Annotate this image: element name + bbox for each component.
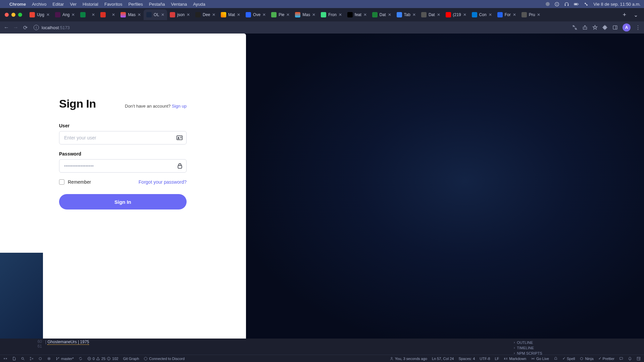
tab-title: Pie [279, 12, 284, 17]
browser-tab[interactable]: Con✕ [469, 9, 495, 20]
tab-close-icon[interactable]: ✕ [138, 12, 141, 17]
browser-tab[interactable]: feat✕ [345, 9, 369, 20]
bookmark-star-icon[interactable] [592, 25, 598, 30]
tab-title: Mas [302, 12, 310, 17]
browser-tab[interactable]: Upg✕ [27, 9, 52, 20]
window-maximize-icon[interactable] [18, 13, 22, 17]
nav-reload-button[interactable]: ⟳ [22, 24, 28, 31]
menu-archivo[interactable]: Archivo [32, 2, 46, 7]
window-close-icon[interactable] [5, 13, 9, 17]
menu-historial[interactable]: Historial [83, 2, 98, 7]
tab-close-icon[interactable]: ✕ [286, 12, 290, 17]
browser-tab[interactable]: Ang✕ [52, 9, 78, 20]
svg-rect-1 [557, 3, 557, 5]
signup-link[interactable]: Sign up [172, 104, 187, 109]
tab-favicon-icon [446, 12, 451, 17]
tab-overflow-button[interactable]: ⌄ [630, 12, 641, 18]
browser-tab[interactable]: Dat✕ [418, 9, 443, 20]
browser-tab[interactable]: Mat✕ [218, 9, 243, 20]
browser-tab[interactable]: Dat✕ [369, 9, 394, 20]
menu-ayuda[interactable]: Ayuda [193, 2, 205, 7]
tab-close-icon[interactable]: ✕ [513, 12, 516, 17]
menu-editar[interactable]: Editar [52, 2, 64, 7]
browser-tab[interactable]: ✕ [98, 9, 118, 20]
tab-close-icon[interactable]: ✕ [262, 12, 266, 17]
tab-close-icon[interactable]: ✕ [46, 12, 50, 17]
browser-tab[interactable]: (219✕ [443, 9, 469, 20]
browser-tab[interactable]: Pru✕ [519, 9, 543, 20]
tab-close-icon[interactable]: ✕ [437, 12, 440, 17]
browser-tab[interactable]: json✕ [167, 9, 193, 20]
browser-tab[interactable]: For✕ [495, 9, 519, 20]
control-center-icon[interactable] [584, 2, 589, 7]
menu-perfiles[interactable]: Perfiles [128, 2, 143, 7]
tab-close-icon[interactable]: ✕ [463, 12, 466, 17]
onepassword-icon[interactable] [554, 2, 559, 7]
svg-rect-16 [178, 165, 182, 168]
browser-tab[interactable]: Fron✕ [318, 9, 345, 20]
tab-close-icon[interactable]: ✕ [212, 12, 215, 17]
tab-close-icon[interactable]: ✕ [112, 12, 115, 17]
translate-icon[interactable] [572, 24, 578, 31]
menubar-status-dot-icon[interactable] [546, 2, 550, 6]
menu-ventana[interactable]: Ventana [171, 2, 187, 7]
forgot-password-link[interactable]: Forgot your password? [139, 179, 187, 185]
svg-rect-2 [565, 4, 566, 6]
tab-close-icon[interactable]: ✕ [161, 12, 164, 17]
menubar-clock[interactable]: Vie 8 de sep. 11:50 a.m. [593, 2, 641, 7]
svg-rect-5 [575, 3, 577, 4]
profile-avatar[interactable]: A [623, 23, 631, 32]
menu-ver[interactable]: Ver [70, 2, 77, 7]
headphones-icon[interactable] [564, 2, 569, 7]
browser-tab[interactable]: Mas✕ [292, 9, 318, 20]
tab-close-icon[interactable]: ✕ [71, 12, 75, 17]
tab-title: (219 [453, 12, 461, 17]
tab-title: OL [154, 12, 159, 17]
remember-checkbox[interactable] [59, 179, 64, 185]
share-icon[interactable] [582, 25, 588, 30]
lock-icon [177, 163, 183, 169]
desktop-wallpaper [0, 253, 43, 355]
tab-favicon-icon [321, 12, 326, 17]
tab-favicon-icon [372, 12, 378, 17]
browser-tab[interactable]: Pie✕ [268, 9, 292, 20]
chrome-menu-icon[interactable]: ⋮ [635, 24, 641, 31]
window-minimize-icon[interactable] [11, 13, 15, 17]
signin-button[interactable]: Sign In [59, 194, 187, 209]
nav-forward-button[interactable]: → [13, 24, 19, 31]
browser-tab[interactable]: Tab✕ [394, 9, 418, 20]
battery-icon[interactable] [574, 2, 579, 7]
tab-favicon-icon [522, 12, 527, 17]
remember-checkbox-wrap[interactable]: Remember [59, 179, 91, 185]
url-display[interactable]: i localhost:5173 [34, 25, 70, 30]
tab-close-icon[interactable]: ✕ [537, 12, 540, 17]
page-content: Sign In Don't have an account? Sign up U… [0, 34, 644, 362]
menu-pestana[interactable]: Pestaña [149, 2, 165, 7]
browser-tab[interactable]: ✕ [78, 9, 98, 20]
tab-close-icon[interactable]: ✕ [92, 12, 95, 17]
sidepanel-icon[interactable] [612, 25, 618, 30]
browser-tab[interactable]: Mas✕ [118, 9, 144, 20]
user-input[interactable] [59, 131, 187, 144]
tab-favicon-icon [30, 12, 35, 17]
tab-close-icon[interactable]: ✕ [388, 12, 391, 17]
extensions-icon[interactable] [602, 25, 608, 30]
tab-close-icon[interactable]: ✕ [237, 12, 240, 17]
menubar-app[interactable]: Chrome [9, 2, 26, 7]
tab-title: Mat [228, 12, 235, 17]
browser-tab[interactable]: OL✕ [144, 9, 167, 20]
browser-tab[interactable]: Ove✕ [243, 9, 268, 20]
tab-close-icon[interactable]: ✕ [312, 12, 315, 17]
nav-back-button[interactable]: ← [3, 24, 9, 31]
tab-close-icon[interactable]: ✕ [339, 12, 342, 17]
site-info-icon[interactable]: i [34, 25, 39, 30]
browser-tab[interactable]: Dee✕ [193, 9, 218, 20]
password-input[interactable] [59, 159, 187, 173]
tab-close-icon[interactable]: ✕ [187, 12, 190, 17]
new-tab-button[interactable]: + [619, 11, 630, 18]
tab-favicon-icon [271, 12, 277, 17]
menu-favoritos[interactable]: Favoritos [104, 2, 122, 7]
tab-close-icon[interactable]: ✕ [412, 12, 416, 17]
tab-close-icon[interactable]: ✕ [363, 12, 367, 17]
tab-close-icon[interactable]: ✕ [489, 12, 492, 17]
